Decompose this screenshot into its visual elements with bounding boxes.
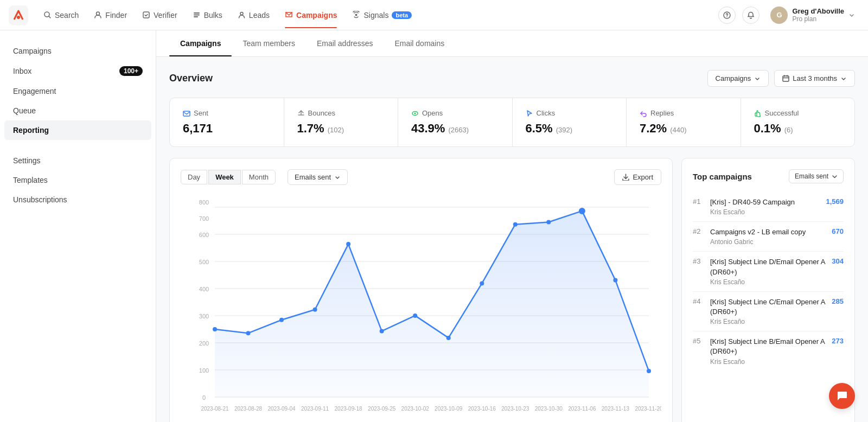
user-profile[interactable]: G Greg d'Aboville Pro plan xyxy=(766,4,859,26)
stat-opens-value: 43.9% (2663) xyxy=(411,122,499,136)
campaign-info: [Kris] Subject Line D/Email Opener A (DR… xyxy=(710,257,827,285)
list-item[interactable]: #4 [Kris] Subject Line C/Email Opener A … xyxy=(693,292,844,331)
svg-text:400: 400 xyxy=(199,286,209,292)
sidebar-item-campaigns[interactable]: Campaigns xyxy=(0,41,156,61)
stat-bounces-value: 1.7% (102) xyxy=(297,122,385,136)
campaigns-filter-button[interactable]: Campaigns xyxy=(707,70,769,87)
subtab-team-members[interactable]: Team members xyxy=(232,30,305,56)
svg-point-36 xyxy=(279,318,284,322)
campaign-info: Campaigns v2 - LB email copy Antonio Gab… xyxy=(710,227,827,246)
stat-clicks-label: Clicks xyxy=(526,109,614,117)
stat-replies-value: 7.2% (440) xyxy=(640,122,727,136)
list-item[interactable]: #2 Campaigns v2 - LB email copy Antonio … xyxy=(693,222,844,252)
overview-filters: Campaigns Last 3 months xyxy=(707,70,855,87)
chart-controls: Day Week Month Emails sent Export xyxy=(181,169,661,185)
chat-icon xyxy=(836,390,848,402)
sidebar-item-settings[interactable]: Settings xyxy=(0,151,156,170)
sidebar-item-templates[interactable]: Templates xyxy=(0,170,156,190)
stat-sent-label: Sent xyxy=(183,109,271,117)
campaign-name: [Kris] Subject Line C/Email Opener A (DR… xyxy=(710,297,827,317)
subtab-email-domains[interactable]: Email domains xyxy=(384,30,455,56)
campaign-info: [Kris] Subject Line B/Email Opener A (DR… xyxy=(710,337,827,365)
period-day-button[interactable]: Day xyxy=(181,170,207,184)
chevron-down-icon xyxy=(832,174,838,180)
subtab-campaigns[interactable]: Campaigns xyxy=(169,30,232,56)
stat-clicks: Clicks 6.5% (392) xyxy=(513,98,627,146)
svg-point-38 xyxy=(346,242,350,246)
svg-point-15 xyxy=(414,112,416,114)
svg-marker-33 xyxy=(215,211,649,397)
stat-successful-value: 0.1% (6) xyxy=(754,122,842,136)
subtab-email-addresses[interactable]: Email addresses xyxy=(306,30,384,56)
list-item[interactable]: #5 [Kris] Subject Line B/Email Opener A … xyxy=(693,331,844,370)
chat-button[interactable] xyxy=(829,383,855,409)
beta-badge: beta xyxy=(392,11,412,19)
svg-point-39 xyxy=(380,329,384,333)
top-campaigns-metric-select[interactable]: Emails sent xyxy=(789,169,844,183)
svg-rect-7 xyxy=(194,16,198,17)
sidebar-item-queue[interactable]: Queue xyxy=(0,101,156,120)
svg-rect-5 xyxy=(194,12,200,14)
avatar: G xyxy=(770,7,788,24)
eye-icon xyxy=(411,110,419,117)
leads-icon xyxy=(238,11,246,19)
svg-text:700: 700 xyxy=(199,215,209,222)
sidebar: Campaigns Inbox 100+ Engagement Queue Re… xyxy=(0,30,156,422)
date-filter-button[interactable]: Last 3 months xyxy=(774,70,855,87)
campaign-left: #3 [Kris] Subject Line D/Email Opener A … xyxy=(693,257,827,285)
campaign-author: Kris Escaño xyxy=(710,358,827,366)
top-campaigns-list: #1 [Kris] - DR40-59 Campaign Kris Escaño… xyxy=(693,192,844,371)
campaign-left: #1 [Kris] - DR40-59 Campaign Kris Escaño xyxy=(693,197,821,216)
campaign-rank: #4 xyxy=(693,297,706,305)
calendar-icon xyxy=(782,75,789,82)
nav-verifier[interactable]: Verifier xyxy=(136,8,184,23)
sidebar-item-reporting[interactable]: Reporting xyxy=(4,120,151,140)
svg-point-37 xyxy=(313,308,317,312)
search-icon xyxy=(43,11,52,19)
chart-section: Day Week Month Emails sent Export xyxy=(169,158,855,422)
campaign-rank: #3 xyxy=(693,257,706,265)
nav-search[interactable]: Search xyxy=(37,8,85,23)
nav-campaigns[interactable]: Campaigns xyxy=(278,8,343,23)
main-content: Campaigns Team members Email addresses E… xyxy=(156,30,868,422)
svg-text:2023-08-21: 2023-08-21 xyxy=(201,406,229,412)
campaign-left: #5 [Kris] Subject Line B/Email Opener A … xyxy=(693,337,827,365)
reply-icon xyxy=(640,110,647,117)
sidebar-item-unsubscriptions[interactable]: Unsubscriptions xyxy=(0,190,156,209)
svg-point-1 xyxy=(17,16,20,19)
period-month-button[interactable]: Month xyxy=(242,170,276,184)
notifications-button[interactable] xyxy=(742,7,760,24)
stat-successful: Successful 0.1% (6) xyxy=(741,98,855,146)
stat-successful-label: Successful xyxy=(754,109,842,117)
svg-text:2023-08-28: 2023-08-28 xyxy=(234,406,263,412)
campaign-rank: #1 xyxy=(693,197,706,206)
nav-bulks[interactable]: Bulks xyxy=(186,8,229,23)
thumb-icon xyxy=(754,110,762,117)
svg-text:2023-11-20: 2023-11-20 xyxy=(635,406,661,412)
content-area: Overview Campaigns Last 3 months xyxy=(156,57,868,422)
svg-rect-4 xyxy=(143,12,149,18)
export-button[interactable]: Export xyxy=(614,169,661,185)
chevron-down-icon xyxy=(754,75,761,82)
nav-finder[interactable]: Finder xyxy=(87,8,133,23)
svg-text:300: 300 xyxy=(199,313,209,319)
svg-point-41 xyxy=(446,336,451,340)
nav-signals[interactable]: Signals beta xyxy=(346,8,418,23)
inbox-badge: 100+ xyxy=(119,66,143,76)
subtab-bar: Campaigns Team members Email addresses E… xyxy=(156,30,868,57)
help-button[interactable] xyxy=(718,7,736,24)
sidebar-item-inbox[interactable]: Inbox 100+ xyxy=(0,61,156,81)
campaign-name: Campaigns v2 - LB email copy xyxy=(710,227,827,237)
list-item[interactable]: #1 [Kris] - DR40-59 Campaign Kris Escaño… xyxy=(693,192,844,222)
svg-rect-13 xyxy=(183,111,190,116)
sidebar-item-engagement[interactable]: Engagement xyxy=(0,81,156,101)
logo[interactable] xyxy=(9,5,28,25)
period-week-button[interactable]: Week xyxy=(208,170,241,184)
metric-select[interactable]: Emails sent xyxy=(288,169,348,185)
list-item[interactable]: #3 [Kris] Subject Line D/Email Opener A … xyxy=(693,252,844,291)
chevron-down-icon xyxy=(848,12,855,18)
nav-leads[interactable]: Leads xyxy=(231,8,276,23)
svg-point-46 xyxy=(613,278,617,283)
campaign-author: Kris Escaño xyxy=(710,318,827,325)
svg-point-9 xyxy=(355,14,358,16)
